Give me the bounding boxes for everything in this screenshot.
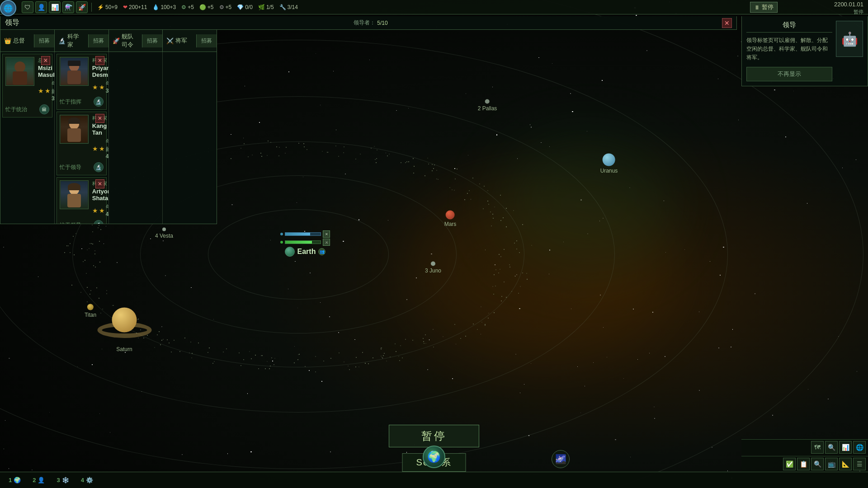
tab3-icon: ❄️ [62,477,69,483]
planet-4vesta[interactable]: 4 Vesta [155,228,173,239]
br-icon-menu[interactable]: ☰ [853,458,866,470]
planet-2pallas[interactable]: 2 Pallas [478,99,497,112]
globe-button-area: 🌍 [423,446,445,468]
game-logo[interactable]: 🌐 [0,0,16,16]
tab-group-scientist: 🔬 科学家 招募 [55,30,109,52]
scientist2-close-btn[interactable]: ✕ [95,114,104,123]
sci1-body [67,70,81,84]
br-icon-chart[interactable]: 📊 [839,441,852,454]
planet-titan[interactable]: Titan [85,304,96,318]
earth-resource-bars: ✕ [280,230,330,238]
scientist1-age: 33 [106,88,109,94]
bottom-tab-1[interactable]: 1 🌍 [5,474,25,486]
tab3-num: 3 [57,477,60,483]
titan-label: Titan [85,312,96,318]
scientist-column: ✕ 科学家 Priyanka Desmukh [55,52,109,224]
br-icon-check[interactable]: ✅ [783,458,796,470]
leaders-panel: 👑 总督 招募 🔬 科学家 招募 🚀 舰队司令 招募 ⚔️ 将军 [0,30,217,224]
br-icon-ruler[interactable]: 📐 [839,458,852,470]
governor-name: Msizi Masuku [38,65,55,78]
planet-uranus[interactable]: Uranus [600,154,618,174]
governor-status: 忙于统治 [5,106,27,113]
tab-admiral[interactable]: 🚀 舰队司令 [109,30,142,52]
right-panel-content: 领导 领导标签页可以雇佣、解散、分配空闲的总督、科学家、舰队司令和将军。 不再显… [746,21,832,81]
resource-energy: ⚡ 50+9 [97,4,118,10]
tab-scientist[interactable]: 🔬 科学家 [55,30,88,52]
governor-stars: ★★ [38,87,52,94]
scientist1-status-icon: 🔬 [94,97,104,107]
bottom-bar: 1 🌍 2 👤 3 ❄️ 4 ⚙️ [0,472,868,488]
admiral-recruit-btn[interactable]: 招募 [142,34,162,47]
saturn-system[interactable]: Saturn [112,308,137,352]
tab-general[interactable]: ⚔️ 将军 [163,34,196,47]
pause-button[interactable]: ⏸ 暂停 [750,2,778,13]
governor-age-label: 年龄 33 [52,80,55,102]
nav-icon-4[interactable]: ⚗️ [62,1,74,13]
governor-status-icon: 🏛 [39,104,49,114]
galaxy-icon-btn[interactable]: 🌌 [552,450,570,468]
scientist-tab-label: 科学家 [67,33,85,49]
governor-portrait [5,57,34,86]
scientist1-close-btn[interactable]: ✕ [95,56,104,65]
r5-icon: 🌿 [258,4,265,10]
r4-icon: 💎 [237,4,244,10]
scientist1-age-label: 年龄 33 [106,80,109,94]
scientist1-portrait-inner [60,57,88,85]
sci1-hair [68,61,80,66]
tab-group-admiral: 🚀 舰队司令 招募 [109,30,163,52]
planet-mars[interactable]: Mars [444,211,457,227]
planet-3juno[interactable]: 3 Juno [425,262,441,274]
scientist2-status-row: 忙于领导 🔬 [60,162,104,172]
earth-health-icon-sm [280,241,283,244]
earth-pop-icon[interactable]: 👥 [318,248,326,255]
governor-tab-icon: 👑 [4,38,11,44]
date-value: 2200.01.01 [834,1,863,8]
tab-governor[interactable]: 👑 总督 [0,34,34,47]
uranus-label: Uranus [600,168,618,174]
earth-shield-bar [285,232,321,236]
bottom-tab-2[interactable]: 2 👤 [28,474,49,486]
right-info-panel: 领导 领导标签页可以雇佣、解散、分配空闲的总督、科学家、舰队司令和将军。 不再显… [741,16,868,86]
nav-icon-5[interactable]: 🚀 [76,1,88,13]
bottom-tab-3[interactable]: 3 ❄️ [52,474,73,486]
bottom-tab-4[interactable]: 4 ⚙️ [77,474,97,486]
scientist2-status: 忙于领导 [60,164,81,171]
no-show-button[interactable]: 不再显示 [746,67,832,81]
earth-fleet-icon[interactable]: ⚔ [323,239,330,246]
general-recruit-btn[interactable]: 招募 [196,34,217,47]
br-icon-map[interactable]: 🗺 [811,441,824,454]
globe-button[interactable]: 🌍 [423,446,445,468]
leaders-tabs: 👑 总督 招募 🔬 科学家 招募 🚀 舰队司令 招募 ⚔️ 将军 [0,30,217,52]
nav-icon-2[interactable]: 👤 [35,1,47,13]
br-icon-globe[interactable]: 🌐 [853,441,866,454]
scientist2-age-row: ★★ 年龄 43 [92,138,109,160]
governor-recruit-btn[interactable]: 招募 [34,34,54,47]
gov-body [13,71,27,85]
nav-icon-3[interactable]: 📊 [49,1,61,13]
tab2-icon: 👤 [38,477,45,483]
scientist1-portrait-img [61,58,88,85]
right-panel-header: 领导 领导标签页可以雇佣、解散、分配空闲的总督、科学家、舰队司令和将军。 不再显… [746,21,863,81]
earth-planet-icon[interactable] [285,247,295,257]
leaders-count-label: 领导者： [354,19,375,27]
scientist1-status-row: 忙于指挥 🔬 [60,97,104,107]
br-icon-zoom[interactable]: 🔍 [811,458,824,470]
scientist3-status-row: 忙于领导 🔬 [60,220,104,224]
br-icon-list[interactable]: 📋 [797,458,810,470]
scientist3-name: Artyom Shatalov [92,188,109,202]
br-icon-search[interactable]: 🔍 [825,441,838,454]
saturn-label: Saturn [112,346,137,352]
tab1-num: 1 [9,477,12,483]
nav-icon-1[interactable]: 🛡 [22,1,33,13]
divider-1 [91,3,92,12]
scientist3-close-btn[interactable]: ✕ [95,179,104,188]
leaders-count-value: 5/10 [377,20,387,26]
governor-close-btn[interactable]: ✕ [41,56,50,65]
sci3-hair [68,183,80,190]
resource-r1: ⚙ +5 [181,4,194,10]
earth-action-icon[interactable]: ✕ [323,230,330,238]
leaders-close-btn[interactable]: ✕ [722,18,732,28]
scientist-recruit-btn[interactable]: 招募 [88,34,108,47]
br-icon-screen[interactable]: 📺 [825,458,838,470]
right-info-title: 领导 [746,21,832,33]
